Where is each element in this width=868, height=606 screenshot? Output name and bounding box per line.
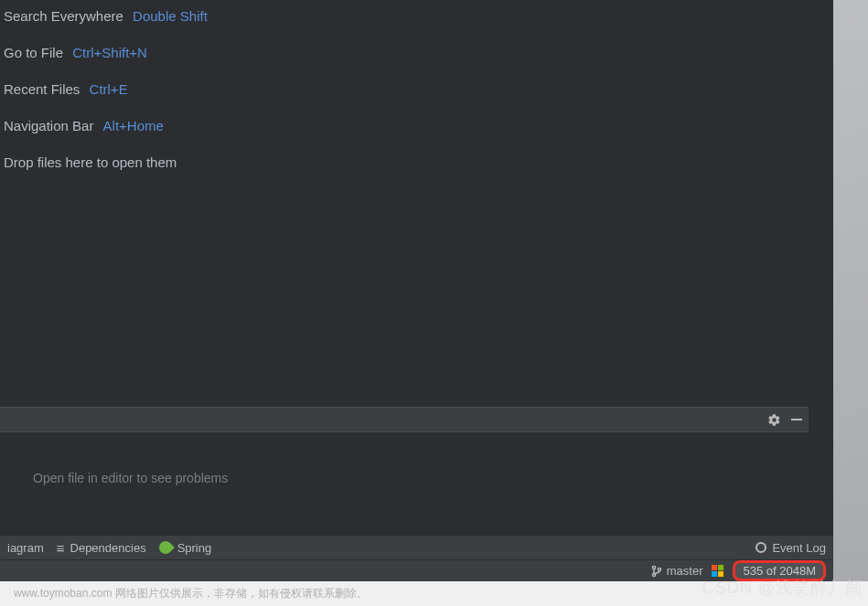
hint-label: Search Everywhere	[4, 8, 123, 24]
git-branch-widget[interactable]: master	[650, 564, 703, 578]
hint-shortcut: Ctrl+Shift+N	[72, 45, 147, 60]
problems-panel: Open file in editor to see problems	[0, 432, 809, 536]
tab-dependencies[interactable]: Dependencies	[57, 540, 146, 556]
hint-label: Recent Files	[4, 81, 80, 97]
hint-label: Navigation Bar	[4, 118, 93, 133]
hint-navigation-bar[interactable]: Navigation Bar Alt+Home	[4, 117, 805, 135]
hint-label: Go to File	[4, 45, 63, 60]
windows-icon[interactable]	[712, 565, 723, 577]
tab-label: Dependencies	[70, 541, 146, 555]
hint-shortcut: Ctrl+E	[90, 81, 128, 97]
gear-icon[interactable]	[767, 413, 781, 427]
footer-disclaimer: www.toymoban.com 网络图片仅供展示，非存储，如有侵权请联系删除。	[14, 586, 368, 601]
tab-event-log[interactable]: Event Log	[755, 541, 826, 555]
tab-diagram[interactable]: iagram	[7, 541, 44, 555]
ide-window: Search Everywhere Double Shift Go to Fil…	[0, 0, 833, 581]
problems-empty-text: Open file in editor to see problems	[33, 471, 776, 485]
svg-point-1	[652, 566, 655, 569]
branch-name: master	[667, 564, 703, 578]
minimize-icon[interactable]	[790, 413, 803, 426]
git-branch-icon	[650, 565, 663, 578]
bottom-tool-bar: iagram Dependencies Spring Event Log	[0, 536, 833, 559]
tab-label: iagram	[7, 541, 44, 555]
hint-shortcut: Alt+Home	[103, 118, 164, 133]
svg-rect-0	[791, 419, 802, 420]
spring-leaf-icon	[156, 538, 175, 557]
status-bar: master 535 of 2048M	[0, 559, 833, 581]
editor-empty-area[interactable]: Search Everywhere Double Shift Go to Fil…	[0, 0, 809, 407]
problems-tool-header	[0, 407, 809, 432]
tab-label: Event Log	[772, 541, 826, 555]
layers-icon	[57, 540, 65, 556]
hint-go-to-file[interactable]: Go to File Ctrl+Shift+N	[4, 44, 805, 62]
memory-indicator[interactable]: 535 of 2048M	[733, 560, 826, 581]
drop-files-hint: Drop files here to open them	[4, 154, 805, 172]
svg-point-3	[658, 568, 660, 570]
hint-recent-files[interactable]: Recent Files Ctrl+E	[4, 80, 805, 99]
hint-shortcut: Double Shift	[133, 8, 208, 24]
tab-spring[interactable]: Spring	[159, 541, 212, 555]
hint-search-everywhere[interactable]: Search Everywhere Double Shift	[4, 7, 805, 26]
memory-text: 535 of 2048M	[743, 564, 816, 578]
event-log-icon	[755, 542, 766, 553]
tab-label: Spring	[177, 541, 212, 555]
